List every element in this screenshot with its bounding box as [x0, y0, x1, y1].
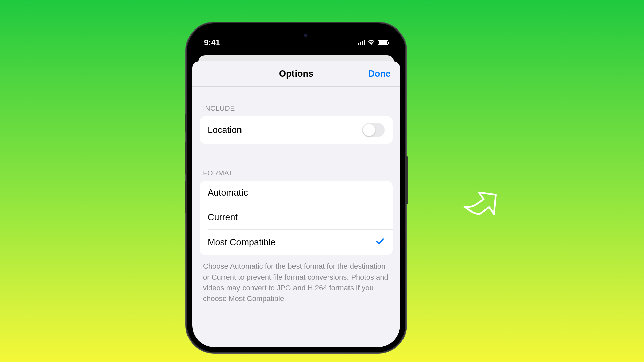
location-toggle[interactable] — [362, 123, 385, 137]
sheet-content: INCLUDE Location FORMAT Automatic — [192, 87, 400, 304]
format-option-most-compatible[interactable]: Most Compatible — [200, 230, 393, 255]
checkmark-icon — [375, 237, 385, 248]
battery-icon — [378, 40, 388, 45]
current-label: Current — [208, 212, 238, 223]
done-button[interactable]: Done — [368, 69, 391, 79]
status-time: 9:41 — [204, 38, 220, 47]
format-footer-text: Choose Automatic for the best format for… — [192, 255, 400, 304]
mute-switch — [185, 114, 187, 132]
volume-up-button — [185, 142, 187, 174]
location-label: Location — [208, 125, 242, 135]
automatic-label: Automatic — [208, 188, 248, 198]
format-section-header: FORMAT — [192, 144, 400, 181]
options-sheet: Options Done INCLUDE Location FORMAT — [192, 61, 400, 347]
format-option-automatic[interactable]: Automatic — [208, 181, 393, 205]
status-icons — [358, 39, 388, 46]
cellular-signal-icon — [358, 40, 365, 45]
wifi-icon — [368, 39, 375, 46]
most-compatible-label: Most Compatible — [208, 237, 276, 248]
front-camera-icon — [304, 34, 307, 37]
format-option-current[interactable]: Current — [208, 205, 393, 230]
format-settings-group: Automatic Current Most Compatible — [200, 181, 393, 255]
toggle-knob — [363, 124, 375, 136]
location-row[interactable]: Location — [200, 116, 393, 144]
include-settings-group: Location — [200, 116, 393, 144]
share-arrow-icon — [461, 183, 503, 228]
phone-device-frame: 9:41 — [187, 23, 405, 352]
notch — [253, 28, 340, 42]
include-section-header: INCLUDE — [192, 87, 400, 116]
volume-down-button — [185, 181, 187, 213]
sheet-title: Options — [279, 69, 313, 79]
phone-screen: 9:41 — [192, 28, 400, 347]
power-button — [405, 156, 408, 204]
sheet-header: Options Done — [192, 61, 400, 87]
